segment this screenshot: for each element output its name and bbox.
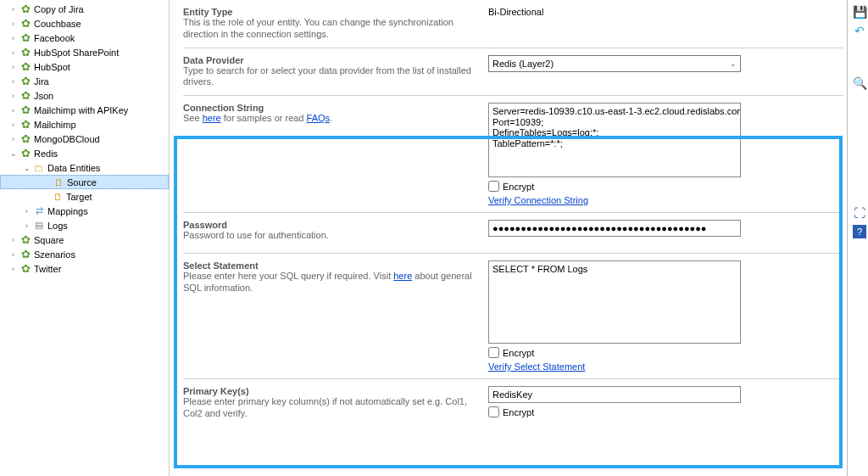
tree-item-label: Redis <box>34 148 58 159</box>
tree-item-hubspot[interactable]: ›✿HubSpot <box>0 59 169 74</box>
maximize-icon[interactable]: ⛶ <box>853 206 866 220</box>
tree-item-facebook[interactable]: ›✿Facebook <box>0 31 169 45</box>
puzzle-icon: ✿ <box>19 61 31 73</box>
map-icon: ⇄ <box>33 205 45 217</box>
select-statement-here-link[interactable]: here <box>393 271 412 281</box>
tree-item-label: Mailchimp with APIKey <box>34 105 128 115</box>
folder-icon: 🗀 <box>33 162 45 174</box>
tree-item-label: Szenarios <box>34 249 75 260</box>
tree-item-twitter[interactable]: ›✿Twitter <box>0 261 169 276</box>
connection-string-input[interactable] <box>488 103 741 177</box>
tree-item-mongodbcloud[interactable]: ›✿MongoDBCloud <box>0 132 169 146</box>
puzzle-icon: ✿ <box>19 133 31 145</box>
connection-string-here-link[interactable]: here <box>203 113 221 123</box>
puzzle-icon: ✿ <box>19 47 31 59</box>
tree-item-mailchimp[interactable]: ›✿Mailchimp <box>0 117 169 132</box>
chevron-right-icon[interactable]: › <box>8 120 18 129</box>
select-statement-input[interactable] <box>488 260 741 344</box>
chevron-right-icon[interactable]: › <box>8 62 18 71</box>
puzzle-icon: ✿ <box>19 104 31 116</box>
chevron-right-icon[interactable]: › <box>8 235 18 244</box>
primary-key-title: Primary Key(s) <box>183 386 478 396</box>
chevron-right-icon[interactable]: › <box>8 264 18 273</box>
tree-item-logs[interactable]: ›▤Logs <box>0 218 169 232</box>
select-statement-desc: Please enter here your SQL query if requ… <box>183 271 478 294</box>
db-icon: 🗋 <box>52 191 64 203</box>
verify-select-statement-link[interactable]: Verify Select Statement <box>488 361 837 372</box>
chevron-right-icon[interactable]: › <box>8 19 18 28</box>
tree-item-label: MongoDBCloud <box>34 134 100 144</box>
data-provider-desc: Type to search for or select your data p… <box>183 65 478 89</box>
tree-item-json[interactable]: ›✿Json <box>0 88 169 103</box>
password-title: Password <box>183 220 478 230</box>
primary-key-input[interactable] <box>488 386 741 403</box>
puzzle-icon: ✿ <box>19 90 31 102</box>
select-statement-title: Select Statement <box>183 260 478 271</box>
log-icon: ▤ <box>33 220 45 232</box>
chevron-down-icon[interactable]: ⌄ <box>8 148 18 158</box>
chevron-right-icon[interactable]: › <box>8 76 18 86</box>
chevron-right-icon[interactable]: › <box>22 206 31 216</box>
magnify-icon[interactable]: 🔍 <box>853 76 866 90</box>
encrypt-label: Encrypt <box>503 348 534 358</box>
puzzle-icon: ✿ <box>19 32 31 44</box>
tree-item-label: HubSpot SharePoint <box>34 48 119 58</box>
tree-item-label: Facebook <box>34 33 75 43</box>
tree-item-label: Logs <box>47 221 68 231</box>
tree-item-jira[interactable]: ›✿Jira <box>0 74 169 88</box>
tree-item-couchbase[interactable]: ›✿Couchbase <box>0 16 169 31</box>
puzzle-icon: ✿ <box>19 119 31 131</box>
tree-item-label: Mailchimp <box>34 120 76 130</box>
chevron-right-icon[interactable]: › <box>8 91 18 100</box>
tree-item-szenarios[interactable]: ›✿Szenarios <box>0 247 169 261</box>
tree-item-mailchimp-with-apikey[interactable]: ›✿Mailchimp with APIKey <box>0 103 169 117</box>
entity-type-value: Bi-Directional <box>488 7 837 17</box>
tree-item-label: Target <box>66 192 92 202</box>
form-panel: Entity Type This is the role of your ent… <box>170 0 847 476</box>
tree-item-hubspot-sharepoint[interactable]: ›✿HubSpot SharePoint <box>0 45 169 59</box>
tree-item-label: Jira <box>34 76 49 87</box>
chevron-right-icon[interactable]: › <box>8 33 18 42</box>
entity-type-desc: This is the role of your entity. You can… <box>183 17 478 41</box>
puzzle-icon: ✿ <box>19 3 31 15</box>
help-icon[interactable]: ? <box>853 225 866 238</box>
chevron-right-icon[interactable]: › <box>8 134 18 143</box>
chevron-right-icon[interactable]: › <box>8 249 18 259</box>
tree-item-data-entities[interactable]: ⌄🗀Data Entities <box>0 160 169 175</box>
tree-item-source[interactable]: 🗋Source <box>0 175 169 189</box>
tree-item-label: Data Entities <box>47 163 100 173</box>
connection-string-faqs-link[interactable]: FAQs <box>307 113 331 123</box>
tree-sidebar: ›✿Copy of Jira›✿Couchbase›✿Facebook›✿Hub… <box>0 0 170 476</box>
connection-string-encrypt-checkbox[interactable] <box>488 181 499 192</box>
data-provider-dropdown[interactable]: Redis (Layer2) ⌄ <box>488 55 741 72</box>
password-input[interactable] <box>488 220 741 237</box>
primary-key-encrypt-checkbox[interactable] <box>488 406 499 417</box>
puzzle-icon: ✿ <box>19 18 31 30</box>
chevron-right-icon[interactable]: › <box>8 4 18 14</box>
puzzle-icon: ✿ <box>19 263 31 275</box>
puzzle-icon: ✿ <box>19 249 31 260</box>
tree-item-label: Couchbase <box>34 19 81 29</box>
tree-item-label: Mappings <box>47 206 88 216</box>
tree-item-copy-of-jira[interactable]: ›✿Copy of Jira <box>0 2 169 16</box>
save-icon[interactable]: 💾 <box>853 5 866 19</box>
chevron-down-icon: ⌄ <box>730 59 737 68</box>
encrypt-label: Encrypt <box>503 182 534 192</box>
tree-item-label: Square <box>34 235 64 245</box>
chevron-right-icon[interactable]: › <box>8 105 18 115</box>
chevron-right-icon[interactable]: › <box>22 221 31 230</box>
chevron-down-icon[interactable]: ⌄ <box>22 163 31 172</box>
undo-icon[interactable]: ↶ <box>853 24 866 37</box>
tree-item-mappings[interactable]: ›⇄Mappings <box>0 204 169 218</box>
select-statement-encrypt-checkbox[interactable] <box>488 347 499 358</box>
tree-item-target[interactable]: 🗋Target <box>0 189 169 204</box>
tree-item-redis[interactable]: ⌄✿Redis <box>0 146 169 160</box>
primary-key-desc: Please enter primary key column(s) if no… <box>183 396 478 420</box>
db-icon: 🗋 <box>53 176 64 188</box>
verify-connection-string-link[interactable]: Verify Connection String <box>488 195 837 205</box>
data-provider-title: Data Provider <box>183 55 478 65</box>
tree-item-square[interactable]: ›✿Square <box>0 232 169 247</box>
chevron-right-icon[interactable]: › <box>8 48 18 57</box>
puzzle-icon: ✿ <box>19 148 31 160</box>
tree-item-label: Json <box>34 91 53 101</box>
